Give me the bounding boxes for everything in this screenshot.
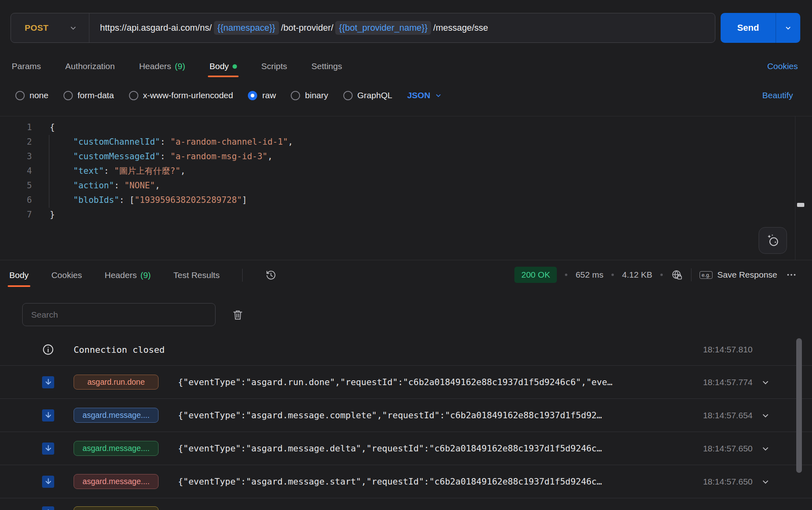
events-scrollbar-thumb[interactable] — [796, 338, 802, 473]
language-selector[interactable]: JSON — [407, 91, 442, 100]
clock-history-icon — [265, 270, 277, 281]
trash-icon — [232, 309, 244, 321]
event-row-connection-closed[interactable]: Connection closed 18:14:57.810 — [0, 334, 812, 366]
tab-body[interactable]: Body — [209, 61, 237, 71]
chevron-down-icon — [784, 24, 792, 32]
send-options-button[interactable] — [776, 13, 800, 43]
code-line: 5 "action": "NONE", — [0, 178, 812, 193]
event-type-badge: asgard.message.... — [74, 408, 159, 423]
response-headers-count: (9) — [140, 270, 151, 280]
download-arrow-icon — [42, 376, 54, 388]
expand-chevron-icon[interactable] — [761, 411, 770, 420]
expand-chevron-icon[interactable] — [761, 444, 770, 453]
code-line: 4 "text": "圖片上有什麼?", — [0, 164, 812, 178]
network-globe-lock-icon — [671, 269, 683, 281]
cookies-link[interactable]: Cookies — [767, 61, 798, 71]
line-number: 3 — [0, 149, 32, 164]
url-variable-bot-provider-name[interactable]: {{bot_provider_name}} — [335, 21, 431, 35]
event-type-badge — [74, 506, 159, 510]
tab-scripts[interactable]: Scripts — [261, 61, 287, 71]
more-options-button[interactable] — [785, 269, 797, 281]
separator-dot — [660, 274, 663, 276]
download-arrow-icon — [42, 409, 54, 421]
beautify-button[interactable]: Beautify — [762, 91, 793, 100]
event-payload: {"eventType":"asgard.run.done","requestI… — [178, 377, 676, 387]
event-payload: {"eventType":"asgard.message.complete","… — [178, 410, 676, 420]
radio-icon — [343, 91, 353, 100]
method-label: POST — [25, 23, 49, 33]
divider — [691, 268, 691, 281]
line-number: 2 — [0, 135, 32, 149]
status-badge: 200 OK — [514, 267, 557, 283]
body-mode-row: none form-data x-www-form-urlencoded raw… — [15, 87, 793, 103]
code-line: 1 { — [0, 120, 812, 135]
send-button[interactable]: Send — [721, 13, 776, 43]
event-row-run-done[interactable]: asgard.run.done {"eventType":"asgard.run… — [0, 366, 812, 399]
event-timestamp: 18:14:57.810 — [684, 345, 753, 354]
event-timestamp: 18:14:57.654 — [684, 411, 753, 420]
tab-response-headers[interactable]: Headers (9) — [105, 270, 151, 280]
event-type-badge: asgard.run.done — [74, 375, 159, 390]
editor-scrollbar-thumb[interactable] — [797, 203, 804, 207]
send-button-group: Send — [721, 13, 800, 43]
mode-raw[interactable]: raw — [248, 91, 276, 100]
line-number: 6 — [0, 193, 32, 207]
tab-params[interactable]: Params — [12, 61, 41, 71]
event-timestamp: 18:14:57.650 — [684, 477, 753, 487]
code-line: 2 "customChannelId": "a-random-channel-i… — [0, 135, 812, 149]
event-row-message-complete[interactable]: asgard.message.... {"eventType":"asgard.… — [0, 399, 812, 432]
save-response-button[interactable]: e.g. Save Response — [700, 270, 777, 280]
mode-binary[interactable]: binary — [291, 91, 328, 100]
response-header: Body Cookies Headers (9) Test Results 20… — [0, 260, 812, 303]
mode-graphql[interactable]: GraphQL — [343, 91, 392, 100]
url-segment: https://api.asgard-ai.com/ns/ — [100, 23, 211, 33]
event-row-partial[interactable] — [0, 498, 812, 510]
separator-dot — [611, 274, 614, 276]
event-timestamp: 18:14:57.774 — [684, 377, 753, 387]
event-row-message-delta[interactable]: asgard.message.... {"eventType":"asgard.… — [0, 432, 812, 465]
url-bar[interactable]: POST https://api.asgard-ai.com/ns/ {{nam… — [11, 13, 715, 43]
mode-form-data[interactable]: form-data — [63, 91, 114, 100]
mode-none[interactable]: none — [15, 91, 49, 100]
event-type-badge: asgard.message.... — [74, 441, 159, 456]
download-arrow-icon — [42, 476, 54, 488]
postbot-button[interactable] — [759, 227, 787, 254]
tab-response-body[interactable]: Body — [9, 270, 29, 280]
request-body-editor[interactable]: 1 { 2 "customChannelId": "a-random-chann… — [0, 116, 812, 260]
event-payload: {"eventType":"asgard.message.delta","req… — [178, 443, 676, 453]
download-arrow-icon — [42, 506, 54, 510]
tab-authorization[interactable]: Authorization — [65, 61, 115, 71]
line-number: 5 — [0, 178, 32, 193]
radio-selected-icon — [248, 91, 257, 100]
search-input[interactable] — [22, 303, 216, 326]
url-segment: /message/sse — [433, 23, 488, 33]
example-icon: e.g. — [700, 271, 713, 279]
tab-test-results[interactable]: Test Results — [173, 270, 220, 280]
expand-chevron-icon[interactable] — [761, 477, 770, 487]
url-input[interactable]: https://api.asgard-ai.com/ns/ {{namespac… — [89, 21, 488, 35]
chevron-down-icon — [434, 91, 442, 99]
headers-count: (9) — [175, 61, 185, 71]
event-message: Connection closed — [74, 345, 676, 355]
response-time: 652 ms — [575, 270, 603, 280]
url-variable-namespace[interactable]: {{namespace}} — [214, 21, 279, 35]
clear-events-button[interactable] — [232, 309, 244, 321]
tab-response-cookies[interactable]: Cookies — [51, 270, 82, 280]
response-history-button[interactable] — [265, 270, 277, 281]
event-timestamp: 18:14:57.650 — [684, 444, 753, 453]
separator-dot — [565, 274, 567, 276]
ellipsis-icon — [785, 269, 797, 281]
tab-settings[interactable]: Settings — [311, 61, 342, 71]
line-number: 4 — [0, 164, 32, 178]
mode-x-www-form-urlencoded[interactable]: x-www-form-urlencoded — [129, 91, 233, 100]
response-meta: 200 OK 652 ms 4.12 KB e.g. Save Response — [514, 267, 797, 283]
download-arrow-icon — [42, 443, 54, 455]
tab-headers[interactable]: Headers (9) — [139, 61, 185, 71]
method-selector[interactable]: POST — [11, 23, 89, 33]
postman-window: POST https://api.asgard-ai.com/ns/ {{nam… — [0, 0, 812, 510]
info-icon — [42, 344, 54, 356]
radio-icon — [291, 91, 300, 100]
request-tabs: Params Authorization Headers (9) Body Sc… — [12, 57, 798, 76]
expand-chevron-icon[interactable] — [761, 377, 770, 387]
event-row-message-start[interactable]: asgard.message.... {"eventType":"asgard.… — [0, 465, 812, 498]
